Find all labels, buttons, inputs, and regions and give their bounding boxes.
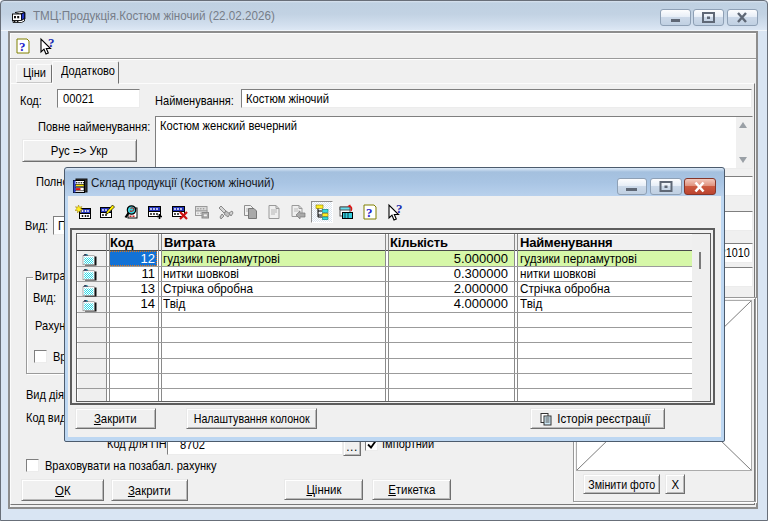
svg-text:?: ? [19,39,26,54]
svg-text:?: ? [48,37,55,50]
svg-text:?: ? [396,203,403,216]
svg-text:?: ? [366,205,373,220]
